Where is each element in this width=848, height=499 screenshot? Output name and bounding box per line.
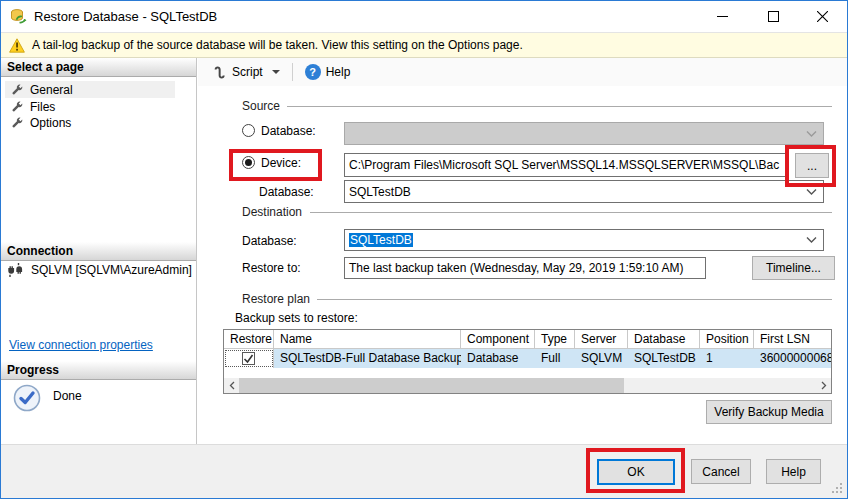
timeline-button-label: Timeline... [766,261,821,275]
verify-backup-media-label: Verify Backup Media [714,405,823,419]
help-footer-button[interactable]: Help [766,459,821,484]
source-device-radio[interactable] [242,156,255,169]
close-button[interactable] [799,1,845,31]
table-header-row: Restore Name Component Type Server Datab… [224,330,831,349]
sidebar-item-general[interactable]: General [5,81,175,98]
restore-checkbox[interactable] [242,352,255,365]
ok-button-label: OK [627,465,644,479]
chevron-down-icon [272,70,280,74]
cell-server: SQLVM [575,349,628,368]
wrench-icon [11,100,24,113]
progress-status-label: Done [53,389,82,403]
help-button[interactable]: ? Help [299,61,357,83]
column-header-server[interactable]: Server [575,330,628,349]
destination-group-line [310,212,832,213]
connection-icon [7,262,24,278]
chevron-down-icon [806,130,817,137]
source-device-radio-label: Device: [261,156,301,170]
restore-plan-group-line [317,299,832,300]
toolbar-separator [292,63,293,81]
warning-text: A tail-log backup of the source database… [32,38,523,52]
progress-status: Done [13,384,82,412]
sidebar-item-label: Files [30,100,55,114]
restore-to-input[interactable]: The last backup taken (Wednesday, May 29… [344,257,706,279]
cell-type: Full [535,349,575,368]
cancel-button-label: Cancel [702,465,739,479]
script-icon [212,65,227,80]
wrench-icon [11,116,24,129]
backup-sets-label: Backup sets to restore: [235,311,358,325]
column-header-type[interactable]: Type [535,330,575,349]
select-a-page-header: Select a page [1,58,196,77]
destination-db-combo[interactable]: SQLTestDB [344,229,824,251]
cell-position: 1 [700,349,754,368]
scroll-left-arrow[interactable] [224,378,239,393]
check-icon [243,354,254,364]
maximize-button[interactable] [750,1,796,31]
verify-backup-media-button[interactable]: Verify Backup Media [706,400,832,424]
backup-sets-table: Restore Name Component Type Server Datab… [223,329,832,394]
toolbar: Script ? Help [198,58,847,86]
source-database-combo [344,122,824,145]
cell-database: SQLTestDB [628,349,700,368]
horizontal-scrollbar[interactable] [224,378,831,393]
main-panel: Script ? Help Source Database: Device: C… [198,58,847,444]
sidebar: Select a page General Files Options Conn… [1,58,197,444]
cancel-button[interactable]: Cancel [691,459,751,484]
restore-to-value: The last backup taken (Wednesday, May 29… [349,261,683,275]
window-title: Restore Database - SQLTestDB [34,9,217,24]
cell-name: SQLTestDB-Full Database Backup [274,349,461,368]
cell-component: Database [461,349,535,368]
browse-button[interactable]: ... [795,153,829,178]
column-header-name[interactable]: Name [274,330,461,349]
close-icon [817,11,828,22]
restore-database-icon [10,8,27,25]
sidebar-item-options[interactable]: Options [5,114,175,131]
wrench-icon [11,83,24,96]
table-row[interactable]: SQLTestDB-Full Database Backup Database … [224,349,831,368]
done-check-icon [13,384,41,412]
column-header-database[interactable]: Database [628,330,700,349]
source-db-combo-value: SQLTestDB [349,185,411,199]
column-header-restore[interactable]: Restore [224,330,274,349]
footer: OK Cancel Help [1,444,847,498]
maximize-icon [768,11,779,22]
column-header-component[interactable]: Component [461,330,535,349]
source-database-radio[interactable] [242,124,255,137]
sidebar-item-label: General [30,83,73,97]
help-icon: ? [305,64,321,80]
script-button[interactable]: Script [206,62,286,83]
chevron-right-icon [821,381,827,390]
progress-header: Progress [1,361,196,380]
resize-grip[interactable] [832,483,843,494]
connection-server: SQLVM [SQLVM\AzureAdmin] [7,262,192,278]
chevron-down-icon [806,188,817,195]
sidebar-item-label: Options [30,116,71,130]
ok-button[interactable]: OK [597,459,675,485]
tail-log-warning-bar: A tail-log backup of the source database… [1,32,847,58]
chevron-left-icon [229,381,235,390]
source-db-combo[interactable]: SQLTestDB [344,180,824,203]
destination-caption: Destination [242,205,308,219]
scroll-right-arrow[interactable] [816,378,831,393]
column-header-first-lsn[interactable]: First LSN [754,330,831,349]
sidebar-item-files[interactable]: Files [5,98,175,115]
restore-checkbox-cell [224,349,274,368]
source-caption: Source [242,99,286,113]
destination-db-label: Database: [242,234,297,248]
minimize-icon [717,11,728,22]
scrollbar-thumb[interactable] [239,378,624,393]
device-path-value: C:\Program Files\Microsoft SQL Server\MS… [349,158,779,172]
restore-plan-caption: Restore plan [242,292,316,306]
source-database-radio-label: Database: [261,124,316,138]
connection-header: Connection [1,242,196,261]
column-header-position[interactable]: Position [700,330,754,349]
timeline-button[interactable]: Timeline... [752,256,835,280]
view-connection-properties-link[interactable]: View connection properties [9,338,153,352]
script-button-label: Script [232,65,263,79]
device-path-input[interactable]: C:\Program Files\Microsoft SQL Server\MS… [344,153,788,177]
minimize-button[interactable] [699,1,745,31]
restore-to-label: Restore to: [242,261,301,275]
destination-db-combo-value: SQLTestDB [349,233,413,247]
browse-button-label: ... [807,159,817,173]
